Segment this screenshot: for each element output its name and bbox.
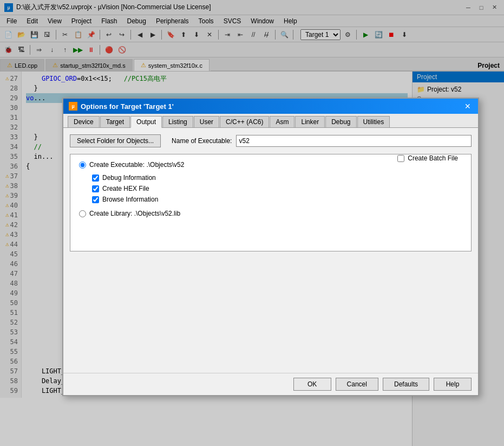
dialog-tab-device[interactable]: Device [68,116,100,127]
dialog-tab-asm[interactable]: Asm [270,116,294,127]
dialog-tab-user[interactable]: User [194,116,219,127]
dialog-extra-space [70,258,472,366]
checkbox-hex-label: Create HEX File [102,185,149,192]
dialog-tabs: Device Target Output Listing User C/C++ … [63,114,478,128]
dialog-buttons: OK Cancel Defaults Help [63,373,478,395]
dialog-tab-linker[interactable]: Linker [295,116,325,127]
checkbox-browse-input[interactable] [92,196,99,203]
dialog-tab-cpp[interactable]: C/C++ (AC6) [220,116,269,127]
ok-button[interactable]: OK [293,378,331,391]
cancel-button[interactable]: Cancel [336,378,378,391]
dialog-close-button[interactable]: ✕ [463,101,473,111]
checkbox-browse-info: Browse Information [92,196,462,203]
dialog-tab-debug[interactable]: Debug [325,116,356,127]
defaults-button[interactable]: Defaults [383,378,429,391]
checkbox-batch-input[interactable] [397,155,404,162]
checkbox-group: Debug Information Create HEX File Browse… [92,174,462,203]
radio-group: Create Executable: .\Objects\v52 Debug I… [79,161,462,217]
checkbox-browse-label: Browse Information [102,196,158,203]
dialog-tab-listing[interactable]: Listing [162,116,193,127]
dialog-title-text: Options for Target 'Target 1' [81,102,174,111]
dialog-tab-output[interactable]: Output [130,116,162,128]
dialog-titlebar: µ Options for Target 'Target 1' ✕ [63,99,478,114]
checkbox-batch-label: Create Batch File [408,154,458,162]
select-folder-button[interactable]: Select Folder for Objects... [70,134,161,147]
dialog-top-row: Select Folder for Objects... Name of Exe… [70,134,472,147]
dialog-tab-utilities[interactable]: Utilities [357,116,390,127]
dialog-title-left: µ Options for Target 'Target 1' [69,102,174,111]
help-button[interactable]: Help [434,378,472,391]
radio-create-library: Create Library: .\Objects\v52.lib [79,210,462,217]
dialog-body: Select Folder for Objects... Name of Exe… [63,128,478,373]
radio-create-executable: Create Executable: .\Objects\v52 [79,161,462,169]
checkbox-create-hex: Create HEX File [92,185,462,192]
executable-label: Name of Executable: [172,137,232,145]
dialog-title-icon: µ [69,102,77,111]
checkbox-debug-label: Debug Information [102,174,156,182]
radio-executable-input[interactable] [79,161,86,169]
checkbox-debug-input[interactable] [92,174,99,182]
executable-row: Name of Executable: [172,135,472,147]
modal-overlay: µ Options for Target 'Target 1' ✕ Device… [0,0,504,446]
executable-input[interactable] [236,135,472,147]
dialog-content-box: Create Executable: .\Objects\v52 Debug I… [70,154,472,251]
dialog-tab-target[interactable]: Target [100,116,130,127]
checkbox-hex-input[interactable] [92,185,99,192]
radio-executable-label: Create Executable: .\Objects\v52 [89,161,184,169]
radio-library-label: Create Library: .\Objects\v52.lib [89,210,180,217]
checkbox-debug-info: Debug Information [92,174,462,182]
radio-library-input[interactable] [79,210,86,217]
batch-file-area: Create Batch File [397,154,458,162]
options-dialog: µ Options for Target 'Target 1' ✕ Device… [62,98,479,396]
